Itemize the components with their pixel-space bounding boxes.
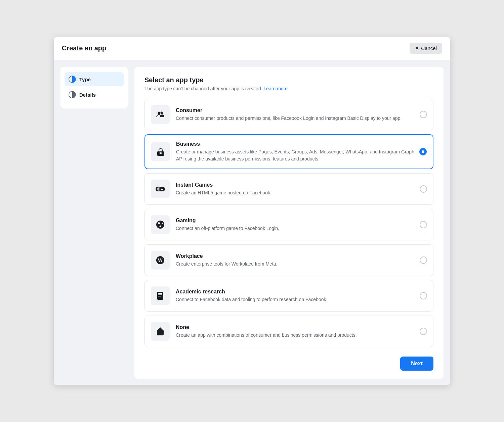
gaming-text: Gaming Connect an off-platform game to F… <box>176 218 415 232</box>
type-icon <box>69 76 76 83</box>
sidebar-item-details[interactable]: Details <box>65 88 124 102</box>
business-radio[interactable] <box>419 148 427 155</box>
workplace-icon: W <box>151 251 170 270</box>
svg-marker-25 <box>158 327 163 330</box>
option-instant-games[interactable]: Instant Games Create an HTML5 game hoste… <box>144 173 433 205</box>
business-text: Business Create or manage business asset… <box>176 141 415 162</box>
svg-point-8 <box>158 187 160 189</box>
svg-rect-22 <box>158 294 162 295</box>
cancel-label: Cancel <box>421 45 437 51</box>
gaming-radio[interactable] <box>420 221 427 228</box>
consumer-icon <box>151 105 170 124</box>
sidebar-details-label: Details <box>79 92 96 98</box>
sidebar-type-label: Type <box>79 77 91 82</box>
workplace-radio-circle <box>420 256 427 264</box>
consumer-radio-circle <box>420 111 427 118</box>
svg-point-10 <box>157 188 159 190</box>
sidebar-item-type[interactable]: Type <box>65 72 124 86</box>
svg-point-9 <box>158 189 160 191</box>
modal-body: Type Details Select an app type The app … <box>54 60 450 385</box>
svg-rect-12 <box>161 189 163 190</box>
business-title: Business <box>176 141 415 147</box>
section-title: Select an app type <box>144 76 433 84</box>
sidebar: Type Details <box>60 67 128 108</box>
option-none[interactable]: None Create an app with combinations of … <box>144 316 433 347</box>
academic-text: Academic research Connect to Facebook da… <box>176 289 415 303</box>
x-icon: ✕ <box>415 46 419 51</box>
business-icon <box>151 142 170 161</box>
svg-rect-21 <box>158 293 162 294</box>
instant-games-radio[interactable] <box>420 185 427 193</box>
option-workplace[interactable]: W Workplace Create enterprise tools for … <box>144 244 433 276</box>
gaming-title: Gaming <box>176 218 415 224</box>
consumer-desc: Connect consumer products and permission… <box>176 115 415 122</box>
instant-games-radio-circle <box>420 185 427 193</box>
instant-games-icon <box>151 180 170 198</box>
modal-title: Create an app <box>62 44 106 52</box>
content-area: Select an app type The app type can't be… <box>134 67 444 379</box>
option-consumer[interactable]: Consumer Connect consumer products and p… <box>144 99 433 130</box>
gaming-radio-circle <box>420 221 427 228</box>
consumer-radio[interactable] <box>420 111 427 118</box>
option-business[interactable]: Business Create or manage business asset… <box>144 134 433 169</box>
learn-more-link[interactable]: Learn more <box>263 86 288 91</box>
svg-rect-6 <box>156 187 165 191</box>
instant-games-text: Instant Games Create an HTML5 game hoste… <box>176 182 415 196</box>
svg-point-2 <box>158 112 160 114</box>
svg-text:W: W <box>158 257 163 263</box>
instant-games-title: Instant Games <box>176 182 415 188</box>
svg-point-3 <box>161 112 163 114</box>
modal-header: Create an app ✕ Cancel <box>54 37 450 60</box>
next-button[interactable]: Next <box>400 357 433 371</box>
svg-rect-5 <box>160 152 162 154</box>
workplace-text: Workplace Create enterprise tools for Wo… <box>176 253 415 268</box>
option-gaming[interactable]: Gaming Connect an off-platform game to F… <box>144 209 433 240</box>
none-text: None Create an app with combinations of … <box>176 324 415 339</box>
none-icon <box>151 322 170 341</box>
business-desc: Create or manage business assets like Pa… <box>176 148 415 162</box>
workplace-radio[interactable] <box>420 256 427 264</box>
none-radio-circle <box>420 328 427 335</box>
workplace-title: Workplace <box>176 253 415 259</box>
business-radio-circle <box>419 148 427 155</box>
consumer-text: Consumer Connect consumer products and p… <box>176 107 415 122</box>
svg-point-14 <box>158 222 160 224</box>
svg-point-17 <box>160 226 161 227</box>
none-title: None <box>176 324 415 330</box>
academic-radio[interactable] <box>420 292 427 299</box>
none-desc: Create an app with combinations of consu… <box>176 332 415 339</box>
create-app-modal: Create an app ✕ Cancel Type <box>54 37 450 385</box>
academic-title: Academic research <box>176 289 415 295</box>
footer: Next <box>144 351 433 371</box>
academic-radio-circle <box>420 292 427 299</box>
svg-rect-24 <box>157 330 164 335</box>
svg-point-13 <box>156 221 164 229</box>
none-radio[interactable] <box>420 328 427 335</box>
instant-games-desc: Create an HTML5 game hosted on Facebook. <box>176 189 415 196</box>
cancel-button[interactable]: ✕ Cancel <box>410 43 442 54</box>
option-academic[interactable]: Academic research Connect to Facebook da… <box>144 280 433 312</box>
gaming-desc: Connect an off-platform game to Facebook… <box>176 225 415 232</box>
consumer-title: Consumer <box>176 107 415 113</box>
section-subtitle: The app type can't be changed after your… <box>144 86 433 91</box>
academic-desc: Connect to Facebook data and tooling to … <box>176 296 415 303</box>
workplace-desc: Create enterprise tools for Workplace fr… <box>176 261 415 268</box>
svg-rect-23 <box>158 296 161 296</box>
gaming-icon <box>151 215 170 234</box>
academic-icon <box>151 286 170 305</box>
details-icon <box>69 91 76 98</box>
